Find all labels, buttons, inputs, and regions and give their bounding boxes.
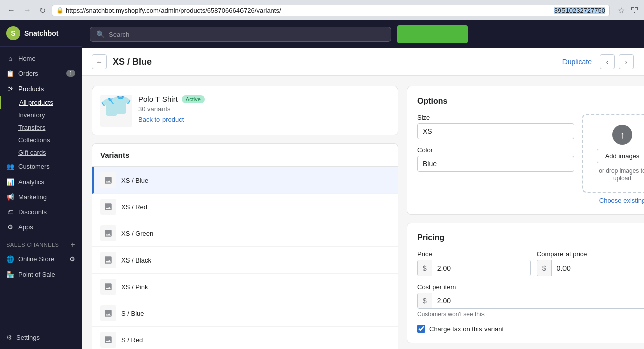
variant-item-xs-blue[interactable]: XS / Blue: [92, 167, 398, 194]
variant-label: XS / Red: [121, 203, 390, 211]
browser-address-bar[interactable]: 🔒 https://snatchbot.myshopify.com/admin/…: [52, 5, 610, 16]
product-variants-text: 30 variants: [138, 105, 390, 113]
discounts-icon: 🏷: [6, 208, 14, 216]
header-actions: Duplicate ‹ ›: [558, 54, 634, 69]
prev-variant-btn[interactable]: ‹: [600, 54, 615, 69]
browser-bar: ← → ↻ 🔒 https://snatchbot.myshopify.com/…: [0, 0, 644, 20]
options-title: Options: [417, 97, 644, 106]
main-content: ← XS / Blue Duplicate ‹ ›: [82, 48, 644, 349]
tax-checkbox-label[interactable]: Charge tax on this variant: [429, 325, 504, 333]
variant-item-xs-green[interactable]: XS / Green: [92, 220, 398, 247]
sidebar-item-marketing[interactable]: 📢 Marketing: [0, 189, 82, 204]
sidebar-item-apps[interactable]: ⚙ Apps: [0, 219, 82, 234]
variant-thumb: [100, 252, 116, 268]
price-input[interactable]: [432, 260, 530, 276]
search-bar[interactable]: 🔍: [90, 27, 391, 42]
lock-icon: 🔒: [56, 7, 64, 14]
sidebar-sub-item-inventory[interactable]: Inventory: [0, 109, 82, 121]
tax-checkbox[interactable]: [417, 325, 425, 333]
sales-channels-section: SALES CHANNELS +: [0, 234, 82, 251]
choose-existing-link[interactable]: Choose existing: [582, 197, 644, 204]
sidebar-item-label: Discounts: [18, 208, 47, 216]
variant-item-xs-black[interactable]: XS / Black: [92, 247, 398, 274]
price-prefix: $: [418, 260, 432, 276]
cost-form-group: Cost per item $ Customers won't see this: [417, 283, 644, 318]
sidebar-item-customers[interactable]: 👥 Customers: [0, 159, 82, 174]
price-label: Price: [417, 250, 531, 258]
right-panel: Options Size Color: [407, 86, 644, 349]
variants-title: Variants: [92, 144, 398, 167]
pricing-section: Pricing Price $ Compare at price: [407, 223, 644, 343]
sidebar-item-orders[interactable]: 📋 Orders 1: [0, 66, 82, 81]
sidebar-item-online-store[interactable]: 🌐 Online Store ⚙: [0, 251, 82, 267]
product-image: 👕 👕: [100, 95, 132, 127]
gear-icon: ⚙: [6, 334, 12, 341]
sidebar-item-point-of-sale[interactable]: 🏪 Point of Sale: [0, 267, 82, 282]
cost-hint: Customers won't see this: [417, 311, 644, 318]
sidebar-item-settings[interactable]: ⚙ Settings: [0, 330, 82, 345]
price-form-group: Price $: [417, 250, 531, 276]
options-section: Options Size Color: [407, 86, 644, 215]
search-input[interactable]: [109, 31, 385, 38]
sidebar-item-analytics[interactable]: 📊 Analytics: [0, 174, 82, 189]
sidebar-item-label: Orders: [18, 70, 38, 77]
image-upload-area[interactable]: ↑ Add images or drop images to upload: [582, 114, 644, 193]
action-button[interactable]: [397, 25, 468, 43]
sidebar-item-products[interactable]: 🛍 Products: [0, 81, 82, 96]
browser-url-highlight: 39510232727750: [554, 7, 605, 14]
browser-refresh-btn[interactable]: ↻: [37, 5, 48, 16]
browser-star-icon: ☆: [618, 6, 625, 15]
back-arrow-icon: ←: [96, 58, 102, 66]
product-card: 👕 👕 Polo T Shirt Active 30 variants Back…: [92, 86, 398, 135]
back-to-product-link[interactable]: Back to product: [138, 116, 390, 123]
add-images-button[interactable]: Add images: [597, 149, 644, 163]
color-form-group: Color: [417, 146, 574, 172]
sidebar-item-home[interactable]: ⌂ Home: [0, 51, 82, 66]
back-button[interactable]: ←: [92, 54, 107, 69]
variant-label: XS / Blue: [121, 177, 390, 184]
compare-form-group: Compare at price $ ?: [537, 250, 644, 276]
analytics-icon: 📊: [6, 178, 14, 186]
color-label: Color: [417, 146, 574, 154]
next-variant-btn[interactable]: ›: [619, 54, 634, 69]
compare-label: Compare at price: [537, 250, 644, 258]
product-info: Polo T Shirt Active 30 variants Back to …: [138, 95, 390, 123]
marketing-icon: 📢: [6, 193, 14, 201]
sidebar-header: S Snatchbot: [0, 20, 82, 47]
cost-label: Cost per item: [417, 283, 644, 291]
sidebar-sub-item-all-products[interactable]: All products: [0, 96, 82, 109]
compare-input[interactable]: [552, 260, 644, 276]
variant-item-xs-red[interactable]: XS / Red: [92, 194, 398, 220]
top-nav: 🔍: [82, 20, 644, 48]
product-name-text: Polo T Shirt: [138, 95, 178, 103]
chevron-right-icon: ›: [625, 58, 627, 66]
sidebar-sub-item-transfers[interactable]: Transfers: [0, 121, 82, 134]
store-icon: 🌐: [6, 255, 14, 263]
variant-thumb: [100, 332, 116, 348]
color-input[interactable]: [417, 156, 574, 172]
duplicate-button[interactable]: Duplicate: [558, 56, 596, 68]
sidebar-item-label: Analytics: [18, 178, 44, 186]
sidebar-sub-item-gift-cards[interactable]: Gift cards: [0, 146, 82, 159]
browser-forward-btn[interactable]: →: [21, 5, 33, 16]
size-input[interactable]: [417, 123, 574, 139]
sidebar-sub-item-collections[interactable]: Collections: [0, 134, 82, 146]
browser-back-btn[interactable]: ←: [5, 5, 17, 16]
variant-thumb: [100, 225, 116, 241]
add-channel-icon[interactable]: +: [70, 240, 75, 249]
sidebar-item-label: Point of Sale: [18, 271, 55, 278]
browser-extension-icon: 🛡: [631, 6, 639, 15]
search-icon: 🔍: [96, 30, 105, 38]
sidebar-item-discounts[interactable]: 🏷 Discounts: [0, 204, 82, 219]
page-header: ← XS / Blue Duplicate ‹ ›: [82, 48, 644, 76]
variant-label: S / Red: [121, 336, 390, 344]
variant-label: XS / Green: [121, 230, 390, 237]
settings-gear-icon[interactable]: ⚙: [69, 255, 75, 263]
variant-item-s-blue[interactable]: S / Blue: [92, 300, 398, 327]
chevron-left-icon: ‹: [606, 58, 608, 66]
upload-hint: or drop images to upload: [593, 167, 644, 182]
cost-input[interactable]: [432, 293, 644, 308]
variant-item-xs-pink[interactable]: XS / Pink: [92, 274, 398, 300]
variant-item-s-red[interactable]: S / Red: [92, 327, 398, 349]
apps-icon: ⚙: [6, 223, 14, 231]
